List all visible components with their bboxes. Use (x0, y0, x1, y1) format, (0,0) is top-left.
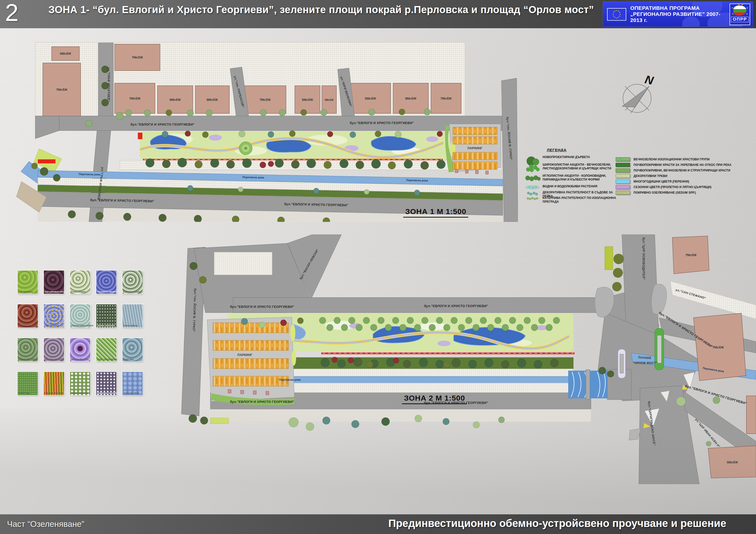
zone1-caption: ЗОНА 1 М 1:500 (403, 207, 468, 217)
container-plants-icon (523, 191, 543, 196)
legend-item: МНОГОГОДИШНИ ЦВЕТЯ (ПЕРЕННИ) (616, 180, 742, 183)
legend-item: ПОЧВОПОКРИВНИ ХРАСТИ ЗА УКРЕПВАНЕ НА ОТК… (616, 163, 742, 167)
page-number: 2 (5, 0, 18, 25)
star-icon: ★ (732, 7, 733, 9)
footer-project-label: Прединвестиционно обемно-устройсвено про… (388, 517, 726, 529)
svg-text:6МсбЖ: 6МсбЖ (170, 98, 181, 101)
legend-swatch (616, 168, 630, 172)
map-legend: ЛЕГЕНДА НОВОПРОЕКТИРАНИ ДЪРВЕТА ШИРОКОЛИ… (523, 146, 745, 207)
zone2-site-plan: ПАРКИНГ 7МсбЖ 7МсбЖ 5МсбЖ (179, 235, 756, 484)
legend-item: ПОЧВОПОКРИВНИ, ВЕЧНОЗЕЛЕНИ И СТРУКТУРИРА… (616, 168, 742, 172)
river-label: Перловска река (242, 176, 264, 179)
legend-item: ИГЛОЛИСТНИ АКЦЕНТИ - КОЛОНОВИДНИ, ПИРАМИ… (523, 174, 618, 183)
plant-photo: Hydrangea macrophylla (96, 372, 117, 395)
street-label-evlogi: бул."ЕВЛОГИ И ХРИСТО ГЕОРГИЕВИ" (350, 121, 414, 125)
svg-text:5МсбЖ: 5МсбЖ (60, 52, 71, 55)
star-icon: ★ (732, 13, 734, 15)
plant-photo: Imperata Red Baron (44, 372, 64, 395)
street-label-evlogi: бул."ЕВЛОГИ И ХРИСТО ГЕОРГИЕВИ" (130, 123, 195, 126)
plant-photo: Hosta Blue (122, 338, 143, 361)
svg-text:★: ★ (614, 10, 616, 12)
parking-label: ПАРКИНГ (237, 353, 253, 357)
plant-photo: Hibiscus Blue Bird (70, 338, 90, 361)
legend-swatch (616, 185, 630, 189)
plant-photo: Spiraea vanhouttei (96, 304, 117, 327)
zone1-parking: ПАРКИНГ (445, 124, 501, 174)
plant-photo: Heuchera micrantha (44, 338, 64, 361)
plant-photo: Hydrangea Bella (122, 372, 143, 395)
page-title: ЗОНА 1- “бул. Евлогий и Христо Георгиеви… (48, 4, 594, 15)
plant-photo: Prunus Elegant (70, 270, 90, 294)
star-icon: ★ (742, 4, 743, 6)
plant-photo: Sedum spp. (18, 372, 38, 395)
plant-photo: Parthenocissus spp. (18, 304, 38, 327)
compass-rose: N (615, 73, 660, 119)
plant-photo-grid: Acer palmatum Acer palmatum Atropurpureu… (18, 270, 149, 395)
eu-stars-icon: ★★★ ★★★ ★★★ ★★★ (608, 9, 626, 20)
svg-text:★: ★ (619, 11, 620, 13)
legend-item: ДЕКОРАТИВНИ ТРЕВИ (616, 174, 742, 178)
oprr-label: ОПРР (731, 17, 749, 22)
river-label: Перловска река (279, 378, 301, 381)
eu-programme-banner: ★★★ ★★★ ★★★ ★★★ ОПЕРАТИВНА ПРОГРАМА „РЕГ… (603, 2, 753, 27)
river-label: Перловска река (79, 172, 100, 176)
eu-programme-title: ОПЕРАТИВНА ПРОГРАМА „РЕГИОНАЛНО РАЗВИТИЕ… (630, 2, 726, 26)
svg-text:★: ★ (616, 10, 617, 11)
compass-n-label: N (644, 73, 655, 87)
legend-swatch (616, 191, 630, 195)
broadleaf-accents-icon (523, 163, 543, 173)
svg-text:★: ★ (613, 15, 614, 17)
legend-title: ЛЕГЕНДА (547, 148, 566, 152)
plant-photo: Hosta Albomarginata (96, 338, 117, 361)
parking-label: ПАРКИНГ (468, 147, 483, 150)
svg-text:★: ★ (618, 16, 619, 18)
street-label-evlogi: бул."ЕВЛОГИ И ХРИСТО ГЕОРГИЕВИ" (424, 304, 488, 308)
svg-text:7МсбЖ: 7МсбЖ (713, 346, 724, 349)
svg-text:7МсбЖ: 7МсбЖ (132, 55, 143, 59)
legend-swatch (616, 174, 630, 178)
river-label: Перловска река (406, 179, 428, 182)
svg-text:7МсбЖ: 7МсбЖ (129, 97, 141, 100)
legend-item: КАТЕРЛИВА РАСТИТЕЛНОСТ ПО ИЗОЛАЦИОННА ПР… (523, 196, 618, 204)
plant-photo: Acer palmatum (18, 270, 38, 294)
plant-photo: Euonymus fortunei (122, 270, 143, 294)
zone1-site-plan: 5МсбЖ 7МсбЖ 7МсбЖ 7МсбЖ 6МсбЖ 8МсбЖ 7Мсб… (14, 40, 518, 222)
street-label-evlogi: бул."ЕВЛОГИ И ХРИСТО ГЕОРГИЕВИ" (230, 305, 294, 309)
svg-text:7МсбЖ: 7МсбЖ (441, 97, 452, 100)
svg-text:★: ★ (612, 14, 614, 15)
svg-text:★: ★ (616, 17, 617, 19)
svg-text:7МсбЖ: 7МсбЖ (259, 98, 271, 101)
header-bar: 2 ЗОНА 1- “бул. Евлогий и Христо Георгие… (0, 0, 756, 28)
svg-text:★: ★ (619, 14, 621, 15)
oprr-logo: ★ ★ ★ ★ ★ ★ ОПРР (730, 4, 750, 25)
star-icon: ★ (738, 4, 740, 6)
legend-item: ВЕЧНОЗЕЛЕНИ ИЗОЛАЦИОННИ ХРАСТОВИ ГРУПИ (616, 157, 742, 161)
zone2-caption: ЗОНА 2 М 1:500 (402, 394, 467, 404)
presentation-board: 5МсбЖ 7МсбЖ 7МсбЖ 7МсбЖ 6МсбЖ 8МсбЖ 7Мсб… (0, 28, 756, 514)
plant-photo: Acer palmatum Atropurpureum (44, 270, 64, 294)
street-label-tsar-osvoboditel: бул."ЦАР ОСВОБОДИТЕЛ" (642, 237, 645, 280)
square-label-line1: Площад (638, 356, 651, 359)
legend-swatch (616, 180, 630, 183)
svg-text:6МсбЖ: 6МсбЖ (325, 98, 334, 101)
climbing-plants-icon (523, 196, 543, 201)
legend-item: СЕЗОННИ ЦВЕТЯ (ПРОЛЕТНО И ЛЯТНО ЦЪФТЯЩИ) (616, 185, 742, 189)
svg-text:7МсбЖ: 7МсбЖ (56, 88, 68, 92)
plant-photo: Chamaecyparis pisifera (70, 304, 90, 327)
legend-item: ШИРОКОЛИСТНИ АКЦЕНТИ - ВЕЧНОЗЕЛЕНИ, ЛИСТ… (523, 163, 618, 173)
svg-text:8МсбЖ: 8МсбЖ (207, 98, 218, 101)
star-icon: ★ (746, 13, 748, 15)
street-label-graf-ignatiev: ул."ГРАФ ИГНАТИЕВ" (107, 67, 110, 102)
square-label-line2: "ОРЛОВ МОСТ" (633, 361, 658, 365)
star-icon: ★ (746, 7, 748, 9)
bulgaria-map-icon: ★ ★ ★ ★ ★ ★ (733, 6, 746, 15)
plant-photo: Festuca glauca (122, 304, 143, 327)
zone2-parking: ПАРКИНГ (207, 317, 296, 405)
plant-photo: Hedera helix Glacier (18, 338, 38, 361)
eu-flag-icon: ★★★ ★★★ ★★★ ★★★ (607, 8, 626, 21)
legend-swatch (616, 157, 630, 161)
street-label-evlogi: бул."ЕВЛОГИ И ХРИСТО ГЕОРГИЕВИ" (230, 400, 294, 404)
svg-text:7МсбЖ: 7МсбЖ (686, 253, 697, 257)
svg-text:8МсбЖ: 8МсбЖ (405, 97, 417, 100)
svg-text:5МсбЖ: 5МсбЖ (365, 97, 376, 100)
